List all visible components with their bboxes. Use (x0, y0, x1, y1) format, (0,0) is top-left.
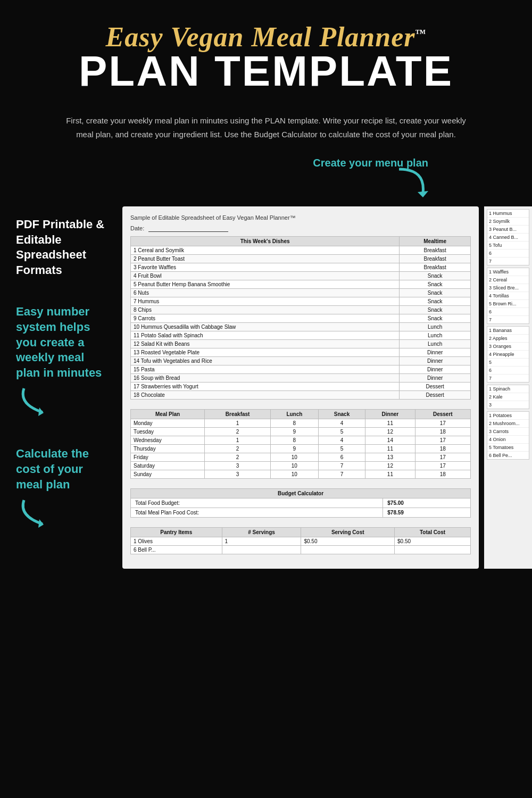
meal-plan-col-header: Meal Plan (131, 410, 205, 419)
sidebar-section-2: Easy number system helps you create a we… (16, 304, 106, 420)
dish-mealtime: Lunch (400, 340, 471, 348)
list-item: 6 Bell Pe... (487, 452, 529, 459)
meal-number: 4 (318, 419, 365, 428)
dish-mealtime: Snack (400, 297, 471, 306)
pantry-cell (395, 546, 471, 554)
list-item: 7 (487, 375, 529, 382)
table-row: 3 Favorite WafflesBreakfast (131, 263, 471, 272)
description-text: First, create your weekly meal plan in m… (0, 103, 532, 152)
right-arrow-icon-2 (16, 495, 59, 529)
meal-number: 11 (365, 470, 415, 479)
dish-name: 5 Peanut Butter Hemp Banana Smoothie (131, 280, 400, 289)
day-label: Thursday (131, 445, 205, 453)
list-item: 3 Sliced Bre... (487, 284, 529, 292)
budget-header: Budget Calculator (131, 489, 471, 498)
table-row: 6 NutsSnack (131, 289, 471, 297)
menu-arrow-container (0, 167, 532, 198)
table-row: Tuesday2951218 (131, 428, 471, 436)
meal-number: 6 (318, 453, 365, 462)
date-label: Date: (130, 225, 144, 231)
meal-plan-col-header: Breakfast (205, 410, 271, 419)
list-item: 3 Peanut B... (487, 226, 529, 234)
main-content: PDF Printable & Editable Spreadsheet For… (0, 201, 532, 569)
day-label: Tuesday (131, 428, 205, 436)
meal-plan-table: Meal PlanBreakfastLunchSnackDinnerDesser… (130, 409, 471, 479)
svg-marker-1 (38, 408, 44, 416)
table-row: 13 Roasted Vegetable PlateDinner (131, 348, 471, 357)
spreadsheet-container: Sample of Editable Spreadsheet of Easy V… (122, 206, 479, 569)
table-row: 7 HummusSnack (131, 297, 471, 306)
meal-number: 11 (365, 445, 415, 453)
dish-name: 11 Potato Salad with Spinach (131, 331, 400, 340)
left-sidebar: PDF Printable & Editable Spreadsheet For… (0, 206, 117, 569)
dish-mealtime: Breakfast (400, 246, 471, 255)
dish-name: 12 Salad Kit with Beans (131, 340, 400, 348)
dish-mealtime: Dessert (400, 391, 471, 400)
sidebar-section-3: Calculate the cost of your meal plan (16, 446, 106, 531)
svg-marker-2 (38, 519, 44, 528)
meal-number: 9 (271, 445, 319, 453)
meal-number: 5 (318, 428, 365, 436)
list-item: 4 Onion (487, 436, 529, 444)
right-section-4: 1 Potatoes2 Mushroom...3 Carrots4 Onion5… (487, 411, 529, 460)
table-row: Thursday2951118 (131, 445, 471, 453)
budget-value: $78.59 (383, 508, 471, 518)
table-row: 4 Fruit BowlSnack (131, 272, 471, 280)
table-row: 16 Soup with BreadDinner (131, 374, 471, 383)
pantry-cell: $0.50 (395, 537, 471, 546)
meal-number: 9 (271, 428, 319, 436)
arrow-down-icon (394, 167, 431, 198)
dish-name: 13 Roasted Vegetable Plate (131, 348, 400, 357)
table-row: 2 Peanut Butter ToastBreakfast (131, 255, 471, 263)
dishes-table: This Week's Dishes Mealtime 1 Cereal and… (130, 236, 471, 400)
meal-number: 17 (415, 419, 470, 428)
pantry-cell: 1 (222, 537, 301, 546)
right-ingredients-col: 1 Hummus2 Soymilk3 Peanut B...4 Canned B… (484, 206, 532, 569)
dish-mealtime: Dessert (400, 383, 471, 391)
dish-name: 14 Tofu with Vegetables and Rice (131, 357, 400, 365)
list-item: 2 Mushroom... (487, 420, 529, 428)
table-row: 5 Peanut Butter Hemp Banana SmoothieSnac… (131, 280, 471, 289)
list-item: 5 Tomatoes (487, 444, 529, 452)
table-row: Wednesday1841417 (131, 436, 471, 445)
right-section-2: 1 Bananas2 Apples3 Oranges4 Pineapple567 (487, 326, 529, 383)
meal-number: 5 (318, 445, 365, 453)
meal-number: 17 (415, 436, 470, 445)
list-item: 4 Canned B... (487, 234, 529, 242)
list-item: 6 (487, 367, 529, 375)
meal-number: 18 (415, 445, 470, 453)
meal-number: 10 (271, 470, 319, 479)
list-item: 1 Potatoes (487, 412, 529, 420)
header-title: PLAN TEMPLATE (32, 50, 500, 93)
table-row: Total Food Budget:$75.00 (131, 498, 471, 508)
day-label: Sunday (131, 470, 205, 479)
list-item: 2 Cereal (487, 276, 529, 284)
list-item: 6 (487, 250, 529, 257)
table-row: 14 Tofu with Vegetables and RiceDinner (131, 357, 471, 365)
budget-value: $75.00 (383, 498, 471, 508)
table-row: 12 Salad Kit with BeansLunch (131, 340, 471, 348)
table-row: 11 Potato Salad with SpinachLunch (131, 331, 471, 340)
pantry-table: Pantry Items# ServingsServing CostTotal … (130, 527, 471, 554)
table-row: 1 Cereal and SoymilkBreakfast (131, 246, 471, 255)
table-row: 10 Hummus Quesadilla with Cabbage SlawLu… (131, 323, 471, 331)
pantry-cell: 1 Olives (131, 537, 222, 546)
table-row: 15 PastaDinner (131, 365, 471, 374)
list-item: 2 Soymilk (487, 218, 529, 226)
list-item: 7 (487, 316, 529, 323)
sidebar-number-title: Easy number system helps you create a we… (16, 304, 106, 380)
sidebar-formats-title: PDF Printable & Editable Spreadsheet For… (16, 217, 106, 278)
meal-number: 10 (271, 462, 319, 470)
meal-number: 1 (205, 419, 271, 428)
arrow-right-2 (16, 495, 106, 531)
meal-number: 3 (205, 462, 271, 470)
budget-label: Total Food Budget: (131, 498, 383, 508)
budget-label: Total Meal Plan Food Cost: (131, 508, 383, 518)
dish-name: 1 Cereal and Soymilk (131, 246, 400, 255)
pantry-col-header: Pantry Items (131, 528, 222, 537)
dish-name: 7 Hummus (131, 297, 400, 306)
meal-number: 17 (415, 462, 470, 470)
dish-mealtime: Snack (400, 272, 471, 280)
right-section-3: 1 Spinach2 Kale3 (487, 385, 529, 409)
list-item: 1 Waffles (487, 268, 529, 276)
